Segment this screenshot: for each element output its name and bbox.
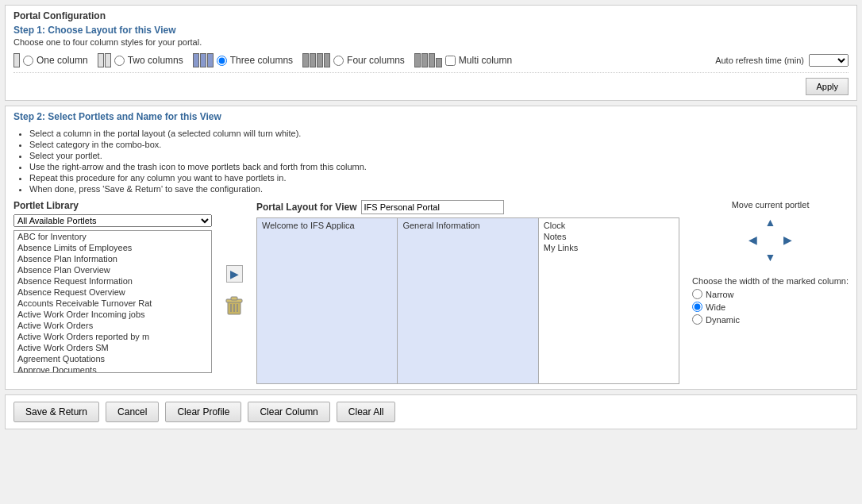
list-item[interactable]: Absence Plan Overview — [14, 264, 211, 275]
list-item[interactable]: Active Work Orders reported by m — [14, 331, 211, 342]
layout-option-two[interactable]: Two columns — [98, 53, 183, 67]
list-item[interactable]: Absence Request Overview — [14, 287, 211, 298]
one-column-label: One column — [37, 55, 88, 66]
move-left-button[interactable]: ◀ — [745, 232, 761, 248]
clear-all-button[interactable]: Clear All — [337, 402, 396, 422]
portlet-library-title: Portlet Library — [13, 200, 212, 211]
radio-dynamic[interactable] — [692, 314, 702, 325]
instruction-1: Select a column in the portal layout (a … — [29, 129, 849, 138]
svg-rect-2 — [231, 297, 237, 300]
one-column-icon — [13, 53, 20, 67]
move-up-button[interactable]: ▲ — [763, 214, 779, 230]
portal-column-2[interactable]: General Information — [398, 218, 538, 383]
step2-title: Step 2: Select Portlets and Name for thi… — [13, 111, 849, 122]
list-item[interactable]: Active Work Order Incoming jobs — [14, 309, 211, 320]
narrow-label: Narrow — [706, 290, 733, 299]
radio-three-column[interactable] — [217, 56, 227, 66]
trash-icon[interactable] — [225, 295, 244, 320]
bottom-buttons: Save & Return Cancel Clear Profile Clear… — [5, 394, 857, 429]
radio-narrow[interactable] — [692, 289, 702, 299]
step1-desc: Choose one to four column styles for you… — [13, 37, 849, 47]
portal-column-3[interactable]: Clock Notes My Links — [539, 218, 679, 383]
radio-two-column[interactable] — [114, 56, 125, 66]
list-item[interactable]: Active Work Orders — [14, 320, 211, 331]
multi-column-icon — [414, 53, 442, 67]
four-column-icon — [302, 53, 330, 67]
portal-columns: Welcome to IFS Applica General Informati… — [256, 217, 679, 384]
layout-option-one[interactable]: One column — [13, 53, 88, 67]
portal-column-3-item-2: My Links — [541, 242, 677, 253]
list-item[interactable]: ABC for Inventory — [14, 231, 211, 242]
instruction-3: Select your portlet. — [29, 151, 849, 160]
panel-title: Portal Configuration — [13, 10, 849, 21]
list-item[interactable]: Approve Documents — [14, 364, 211, 373]
move-right-button[interactable]: ▶ — [780, 232, 796, 248]
clear-profile-button[interactable]: Clear Profile — [165, 402, 241, 422]
portal-column-3-item-1: Notes — [541, 231, 677, 242]
two-column-label: Two columns — [128, 55, 183, 66]
portal-layout-header: Portal Layout for View — [256, 200, 679, 214]
radio-wide[interactable] — [692, 302, 702, 312]
list-item[interactable]: Active Work Orders SM — [14, 342, 211, 353]
layout-option-four[interactable]: Four columns — [302, 53, 405, 67]
instructions-list: Select a column in the portal layout (a … — [13, 129, 849, 194]
two-column-icon — [98, 53, 111, 67]
three-column-label: Three columns — [230, 55, 293, 66]
checkbox-multi-column[interactable] — [445, 56, 456, 66]
list-item[interactable]: Agreement Quotations — [14, 353, 211, 364]
auto-refresh-select[interactable]: 1 5 10 15 30 — [809, 54, 849, 67]
four-column-label: Four columns — [347, 55, 405, 66]
layout-option-three[interactable]: Three columns — [193, 53, 293, 67]
radio-one-column[interactable] — [23, 56, 33, 66]
width-option-wide[interactable]: Wide — [692, 302, 849, 312]
transfer-area: ▶ — [220, 200, 248, 384]
portlet-list-box[interactable]: ABC for Inventory Absence Limits of Empl… — [13, 230, 212, 373]
portal-column-3-item-0: Clock — [541, 220, 677, 231]
three-column-icon — [193, 53, 214, 67]
list-item[interactable]: Absence Plan Information — [14, 253, 211, 264]
portlet-category-select[interactable]: All Available Portlets — [13, 214, 212, 227]
instruction-2: Select category in the combo-box. — [29, 140, 849, 149]
width-choice-area: Choose the width of the marked column: N… — [692, 276, 849, 327]
layout-option-multi[interactable]: Multi column — [414, 53, 512, 67]
save-return-button[interactable]: Save & Return — [13, 402, 99, 422]
portal-layout-label: Portal Layout for View — [256, 202, 356, 213]
list-item[interactable]: Absence Request Information — [14, 275, 211, 287]
instruction-5: Repeat this procedure for any column you… — [29, 173, 849, 183]
list-item[interactable]: Absence Limits of Employees — [14, 242, 211, 253]
add-portlet-button[interactable]: ▶ — [226, 265, 243, 283]
portlet-library: Portlet Library All Available Portlets A… — [13, 200, 212, 384]
auto-refresh-label: Auto refresh time (min) — [715, 56, 804, 65]
portal-view-name-input[interactable] — [361, 200, 504, 214]
list-item[interactable]: Accounts Receivable Turnover Rat — [14, 298, 211, 309]
trash-svg — [225, 295, 244, 317]
auto-refresh-area: Auto refresh time (min) 1 5 10 15 30 — [715, 54, 849, 67]
cancel-button[interactable]: Cancel — [106, 402, 159, 422]
portal-column-1-item-0: Welcome to IFS Applica — [259, 220, 395, 231]
portal-column-2-item-0: General Information — [399, 220, 536, 231]
move-down-button[interactable]: ▼ — [763, 249, 779, 265]
step1-title: Step 1: Choose Layout for this View — [13, 25, 849, 36]
width-choice-title: Choose the width of the marked column: — [692, 276, 849, 286]
move-portlet-title: Move current portlet — [692, 200, 849, 210]
apply-button[interactable]: Apply — [806, 78, 849, 95]
portal-layout-area: Portal Layout for View Welcome to IFS Ap… — [256, 200, 679, 384]
width-option-narrow[interactable]: Narrow — [692, 289, 849, 299]
instruction-4: Use the right-arrow and the trash icon t… — [29, 162, 849, 171]
dynamic-label: Dynamic — [706, 315, 740, 325]
clear-column-button[interactable]: Clear Column — [248, 402, 329, 422]
wide-label: Wide — [706, 302, 725, 312]
right-panel: Move current portlet ▲ ◀ ▶ ▼ — [687, 200, 849, 384]
portal-column-1[interactable]: Welcome to IFS Applica — [257, 218, 398, 383]
instruction-6: When done, press 'Save & Return' to save… — [29, 184, 849, 194]
width-option-dynamic[interactable]: Dynamic — [692, 314, 849, 325]
radio-four-column[interactable] — [333, 56, 344, 66]
multi-column-label: Multi column — [459, 55, 512, 66]
